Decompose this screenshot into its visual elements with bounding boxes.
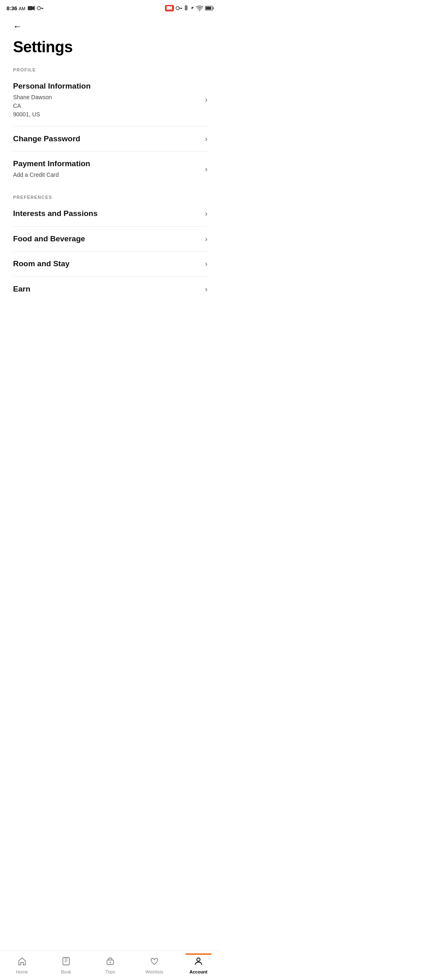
change-password-item[interactable]: Change Password ›	[13, 127, 207, 152]
payment-information-chevron: ›	[205, 165, 207, 174]
payment-information-content: Payment Information Add a Credit Card	[13, 159, 200, 179]
personal-information-subtitle: Shane DawsonCA90001, US	[13, 93, 200, 119]
preferences-section: PREFERENCES Interests and Passions › Foo…	[13, 195, 207, 302]
change-password-title: Change Password	[13, 134, 200, 144]
food-chevron: ›	[205, 235, 207, 243]
room-chevron: ›	[205, 260, 207, 268]
interests-chevron: ›	[205, 209, 207, 218]
change-password-content: Change Password	[13, 134, 200, 144]
payment-information-title: Payment Information	[13, 159, 200, 169]
key-icon-right	[176, 5, 182, 11]
svg-marker-7	[170, 6, 172, 10]
page-title: Settings	[13, 38, 207, 56]
earn-item[interactable]: Earn ›	[13, 277, 207, 302]
interests-content: Interests and Passions	[13, 209, 200, 219]
room-title: Room and Stay	[13, 259, 200, 269]
status-right	[165, 5, 214, 11]
svg-point-13	[199, 10, 200, 11]
personal-information-chevron: ›	[205, 96, 207, 104]
svg-rect-0	[28, 6, 33, 10]
room-and-stay-item[interactable]: Room and Stay ›	[13, 252, 207, 277]
battery-icon	[205, 6, 214, 11]
svg-marker-12	[191, 5, 194, 11]
time-text: 8:36	[7, 5, 17, 11]
svg-point-2	[37, 7, 40, 10]
recording-icon	[165, 5, 174, 11]
svg-rect-15	[206, 7, 212, 10]
status-left: 8:36 AM	[7, 5, 43, 11]
food-title: Food and Beverage	[13, 234, 200, 244]
interests-title: Interests and Passions	[13, 209, 200, 219]
earn-chevron: ›	[205, 285, 207, 294]
personal-information-title: Personal Information	[13, 81, 200, 91]
main-content: ← Settings PROFILE Personal Information …	[0, 15, 220, 490]
status-icons-left	[28, 5, 43, 11]
signal-icon	[190, 5, 194, 11]
wifi-icon	[196, 5, 203, 11]
preferences-section-header: PREFERENCES	[13, 195, 207, 200]
food-and-beverage-item[interactable]: Food and Beverage ›	[13, 227, 207, 252]
time-ampm: AM	[19, 6, 26, 11]
earn-title: Earn	[13, 284, 200, 294]
svg-rect-6	[167, 6, 170, 10]
interests-and-passions-item[interactable]: Interests and Passions ›	[13, 201, 207, 227]
room-content: Room and Stay	[13, 259, 200, 269]
profile-section-header: PROFILE	[13, 67, 207, 72]
back-button[interactable]: ←	[13, 21, 22, 32]
profile-section: PROFILE Personal Information Shane Dawso…	[13, 67, 207, 187]
food-content: Food and Beverage	[13, 234, 200, 244]
svg-point-8	[176, 7, 179, 10]
status-bar: 8:36 AM	[0, 0, 220, 15]
back-arrow-icon: ←	[13, 21, 22, 32]
personal-information-content: Personal Information Shane DawsonCA90001…	[13, 81, 200, 119]
bluetooth-icon	[184, 5, 189, 11]
personal-information-item[interactable]: Personal Information Shane DawsonCA90001…	[13, 74, 207, 127]
status-time: 8:36 AM	[7, 5, 25, 11]
earn-content: Earn	[13, 284, 200, 294]
svg-marker-1	[33, 6, 35, 11]
key-icon	[37, 5, 43, 11]
payment-information-subtitle: Add a Credit Card	[13, 171, 200, 179]
camera-icon	[28, 5, 35, 11]
change-password-chevron: ›	[205, 135, 207, 143]
payment-information-item[interactable]: Payment Information Add a Credit Card ›	[13, 151, 207, 187]
